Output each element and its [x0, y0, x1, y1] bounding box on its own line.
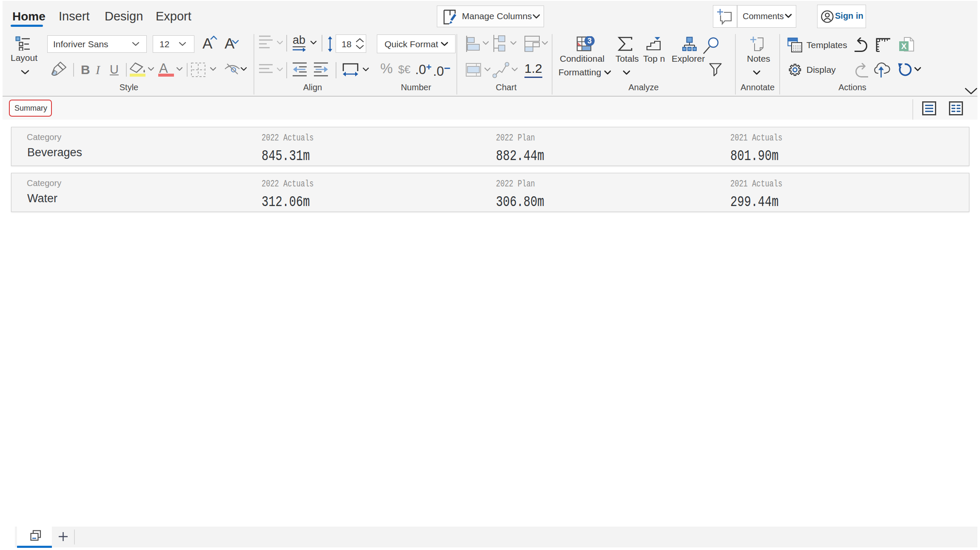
svg-text:X: X: [901, 42, 907, 51]
svg-text:3: 3: [587, 37, 592, 45]
